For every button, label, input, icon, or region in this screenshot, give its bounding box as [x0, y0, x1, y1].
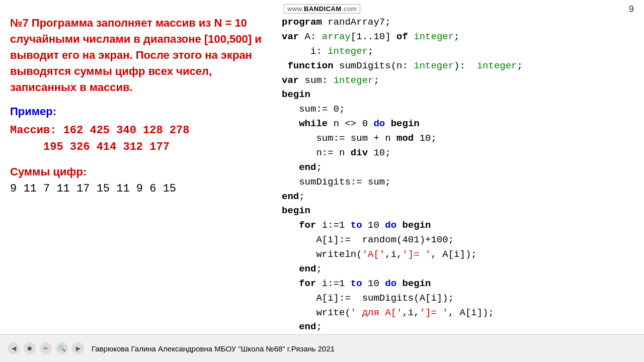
code-line-1: program randArray7; — [282, 15, 634, 30]
watermark: www.BANDICAM.com — [284, 4, 360, 14]
code-line-10: n:= n div 10; — [282, 146, 634, 160]
sums-data: 9 11 7 11 17 15 11 9 6 15 — [10, 183, 277, 195]
code-line-21: write(' для A[',i,']= ', A[i]); — [282, 306, 634, 320]
code-line-6: begin — [282, 87, 634, 102]
brand-name: BANDICAM — [304, 5, 342, 13]
icon-pencil[interactable]: ✏ — [40, 342, 52, 354]
code-line-7: sum:= 0; — [282, 102, 634, 117]
array-data: Массив: 162 425 340 128 278 195 326 414 … — [10, 122, 277, 155]
code-line-17: writeln('A[',i,']= ', A[i]); — [282, 247, 634, 262]
code-line-11: end; — [282, 160, 634, 175]
code-line-2: var A: array[1..10] of integer; — [282, 30, 634, 44]
array-row1: 162 425 340 128 278 — [63, 124, 190, 137]
code-line-16: A[i]:= random(401)+100; — [282, 233, 634, 247]
task-description: №7 Программа заполняет массив из N = 10 … — [10, 15, 277, 95]
code-line-12: sumDigits:= sum; — [282, 175, 634, 190]
code-line-5: var sum: integer; — [282, 73, 634, 88]
icon-prev[interactable]: ◀ — [8, 342, 20, 354]
bottom-bar: ◀ ⏺ ✏ 🔍 ▶ Гаврюкова Галина Александровна… — [0, 334, 644, 362]
left-panel: №7 Программа заполняет массив из N = 10 … — [10, 15, 277, 332]
code-panel: program randArray7; var A: array[1..10] … — [282, 15, 634, 332]
icon-home[interactable]: ⏺ — [24, 342, 36, 354]
bottom-text: Гаврюкова Галина Александровна МБОУ "Шко… — [92, 344, 636, 353]
code-line-14: begin — [282, 204, 634, 218]
array-row2: 195 326 414 312 177 — [43, 141, 170, 153]
code-line-20: A[i]:= sumDigits(A[i]); — [282, 291, 634, 306]
icon-forward[interactable]: ▶ — [72, 342, 84, 354]
example-label: Пример: — [10, 105, 277, 118]
code-line-9: sum:= sum + n mod 10; — [282, 131, 634, 146]
icon-zoom[interactable]: 🔍 — [56, 342, 68, 354]
code-line-13: end; — [282, 190, 634, 204]
code-line-19: for i:=1 to 10 do begin — [282, 277, 634, 291]
bottom-icons: ◀ ⏺ ✏ 🔍 ▶ — [8, 342, 84, 354]
code-line-8: while n <> 0 do begin — [282, 117, 634, 131]
code-line-18: end; — [282, 262, 634, 277]
code-line-3: i: integer; — [282, 44, 634, 59]
array-label: Массив: — [10, 124, 56, 137]
sums-label: Суммы цифр: — [10, 165, 277, 178]
page-number: 9 — [629, 4, 634, 15]
code-line-15: for i:=1 to 10 do begin — [282, 218, 634, 233]
code-line-22: end; — [282, 320, 634, 334]
code-line-4: function sumDigits(n: integer): integer; — [282, 59, 634, 73]
